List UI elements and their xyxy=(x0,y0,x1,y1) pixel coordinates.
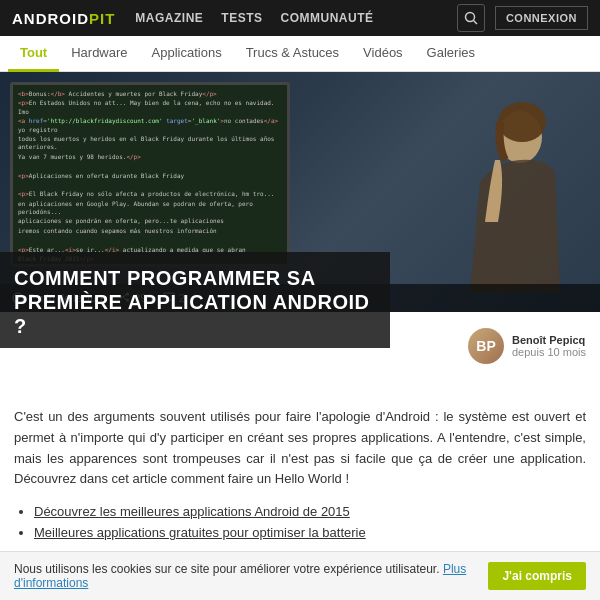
article-title-area: COMMENT PROGRAMMER SA PREMIÈRE APPLICATI… xyxy=(0,252,390,348)
author-since: depuis 10 mois xyxy=(512,346,586,358)
bullet-link-2[interactable]: Meilleures applications gratuites pour o… xyxy=(34,525,366,540)
site-header: ANDROIDPIT MAGAZINE TESTS COMMUNAUTÉ CON… xyxy=(0,0,600,36)
nav-tests[interactable]: TESTS xyxy=(221,11,262,25)
list-item: Meilleures applications gratuites pour o… xyxy=(34,525,586,540)
cookie-bar: Nous utilisons les cookies sur ce site p… xyxy=(0,551,600,560)
nav-item-galeries[interactable]: Galeries xyxy=(415,36,487,72)
article-content: C'est un des arguments souvent utilisés … xyxy=(0,393,600,560)
person-image xyxy=(410,92,570,292)
list-item: Découvrez les meilleures applications An… xyxy=(34,504,586,519)
logo-pit: PIT xyxy=(89,10,115,27)
svg-point-0 xyxy=(465,13,474,22)
monitor: <b>Bonus:</b> Accidentes y muertes por B… xyxy=(10,82,290,267)
article-title: COMMENT PROGRAMMER SA PREMIÈRE APPLICATI… xyxy=(14,266,376,338)
main-nav: MAGAZINE TESTS COMMUNAUTÉ xyxy=(135,11,437,25)
author-info: Benoît Pepicq depuis 10 mois xyxy=(512,334,586,358)
article-bullets: Découvrez les meilleures applications An… xyxy=(14,504,586,540)
svg-line-1 xyxy=(473,21,477,25)
search-icon xyxy=(464,11,478,25)
site-logo[interactable]: ANDROIDPIT xyxy=(12,10,115,27)
nav-magazine[interactable]: MAGAZINE xyxy=(135,11,203,25)
connexion-button[interactable]: CONNEXION xyxy=(495,6,588,30)
svg-point-3 xyxy=(498,102,546,142)
author-area: BP Benoît Pepicq depuis 10 mois xyxy=(468,328,586,364)
nav-item-tout[interactable]: Tout xyxy=(8,36,59,72)
author-name: Benoît Pepicq xyxy=(512,334,586,346)
article-body: C'est un des arguments souvent utilisés … xyxy=(14,407,586,490)
nav-item-videos[interactable]: Vidéos xyxy=(351,36,415,72)
person-silhouette xyxy=(410,92,570,292)
nav-communaute[interactable]: COMMUNAUTÉ xyxy=(281,11,374,25)
search-button[interactable] xyxy=(457,4,485,32)
logo-android: ANDROID xyxy=(12,10,89,27)
nav-item-applications[interactable]: Applications xyxy=(140,36,234,72)
nav-item-hardware[interactable]: Hardware xyxy=(59,36,139,72)
author-avatar: BP xyxy=(468,328,504,364)
header-actions: CONNEXION xyxy=(457,4,588,32)
nav-item-trucs[interactable]: Trucs & Astuces xyxy=(234,36,351,72)
hero-section: <b>Bonus:</b> Accidentes y muertes por B… xyxy=(0,72,600,348)
bullet-link-1[interactable]: Découvrez les meilleures applications An… xyxy=(34,504,350,519)
code-screen: <b>Bonus:</b> Accidentes y muertes por B… xyxy=(13,85,287,264)
category-nav: Tout Hardware Applications Trucs & Astuc… xyxy=(0,36,600,72)
